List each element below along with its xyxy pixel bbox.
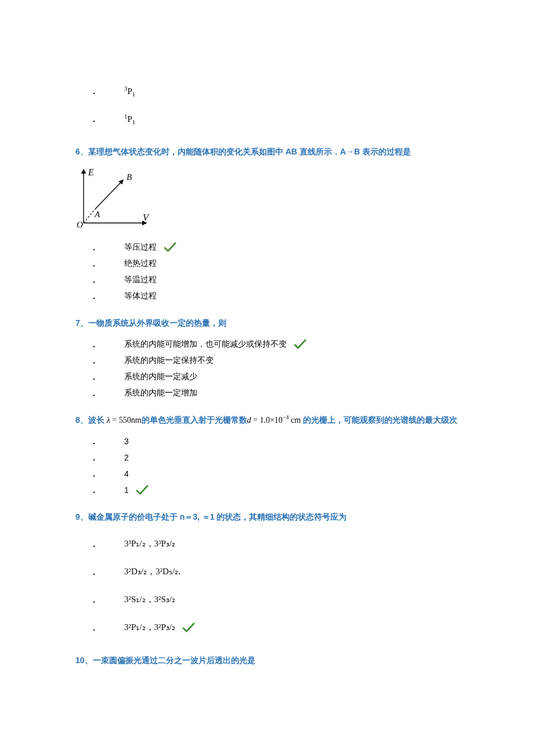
list-item: . 1P1 (93, 107, 522, 131)
bullet-dot: . (93, 567, 99, 577)
option-text: 1P1 (124, 114, 135, 124)
list-item: .系统的内能可能增加，也可能减少或保持不变 (93, 338, 522, 351)
list-item: .2 (93, 451, 522, 464)
list-item: .4 (93, 467, 522, 480)
svg-line-2 (84, 209, 95, 223)
bullet-dot: . (93, 453, 99, 462)
question-7-title: 7、一物质系统从外界吸收一定的热量，则 (75, 316, 522, 329)
check-icon (136, 485, 149, 495)
bullet-dot: . (93, 259, 99, 268)
check-icon (164, 242, 176, 253)
bullet-dot: . (93, 388, 99, 398)
svg-text:A: A (94, 210, 100, 219)
list-item: .1 (93, 484, 522, 496)
option-text: 绝热过程 (124, 258, 157, 269)
option-text: 系统的内能一定减少 (124, 372, 197, 382)
list-item: .3²S₁/₂，3²S₃/₂ (93, 588, 522, 612)
bullet-dot: . (93, 114, 99, 124)
list-item: .等压过程 (93, 241, 522, 254)
question-6-title: 6、某理想气体状态变化时，内能随体积的变化关系如图中 AB 直线所示．A→B 表… (75, 145, 522, 158)
option-text: 2 (124, 453, 129, 462)
list-item: .等体过程 (93, 290, 522, 303)
option-text: 等压过程 (124, 242, 176, 253)
option-text: 1 (124, 485, 149, 495)
option-text: 3²S₁/₂，3²S₃/₂ (124, 594, 175, 605)
option-text: 3P1 (124, 87, 135, 96)
list-item: .系统的内能一定保持不变 (93, 354, 522, 367)
bullet-dot: . (93, 485, 99, 495)
option-text: 3²P₁/₂，3²P₃/₂ (124, 622, 195, 633)
ev-graph: E V A B O (75, 166, 151, 229)
list-item: . 3P1 (93, 79, 522, 103)
question-9-title: 9、碱金属原子的价电子处于 n＝3, ＝1 的状态，其精细结构的状态符号应为 (75, 510, 522, 523)
bullet-dot: . (93, 595, 99, 604)
bullet-dot: . (93, 539, 99, 549)
list-item: .3²D₃/₂，3²D₅/₂. (93, 560, 522, 584)
option-text: 系统的内能一定增加 (124, 388, 197, 398)
check-icon (182, 622, 195, 633)
bullet-dot: . (93, 87, 99, 96)
option-text: 等温过程 (124, 275, 157, 285)
list-item: .系统的内能一定减少 (93, 370, 522, 383)
check-icon (294, 339, 306, 350)
svg-text:O: O (77, 220, 83, 229)
bullet-dot: . (93, 372, 99, 381)
list-item: .3³P₁/₂，3³P₃/₂ (93, 532, 522, 556)
list-item: .3 (93, 435, 522, 448)
svg-text:B: B (127, 172, 132, 182)
list-item: .等温过程 (93, 273, 522, 286)
bullet-dot: . (93, 469, 99, 478)
option-text: 3 (124, 437, 129, 446)
list-item: .3²P₁/₂，3²P₃/₂ (93, 615, 522, 640)
bullet-dot: . (93, 623, 99, 632)
list-item: .绝热过程 (93, 257, 522, 270)
option-text: 3³P₁/₂，3³P₃/₂ (124, 538, 175, 549)
question-8-title: 8、波长 λ = 550nm的单色光垂直入射于光栅常数d = 1.0×10−4 … (75, 413, 522, 427)
question-10-title: 10、一束圆偏振光通过二分之一波片后透出的光是 (75, 654, 522, 667)
option-text: 系统的内能一定保持不变 (124, 355, 214, 366)
svg-text:V: V (143, 213, 150, 222)
option-text: 3²D₃/₂，3²D₅/₂. (124, 566, 181, 577)
svg-line-3 (95, 180, 123, 209)
option-text: 4 (124, 469, 129, 478)
bullet-dot: . (93, 243, 99, 252)
bullet-dot: . (93, 356, 99, 365)
svg-text:E: E (88, 167, 94, 177)
bullet-dot: . (93, 340, 99, 349)
bullet-dot: . (93, 275, 99, 285)
option-text: 系统的内能可能增加，也可能减少或保持不变 (124, 339, 306, 350)
option-text: 等体过程 (124, 291, 157, 301)
bullet-dot: . (93, 291, 99, 301)
q6-diagram: E V A B O (75, 166, 522, 231)
list-item: .系统的内能一定增加 (93, 387, 522, 399)
bullet-dot: . (93, 437, 99, 446)
